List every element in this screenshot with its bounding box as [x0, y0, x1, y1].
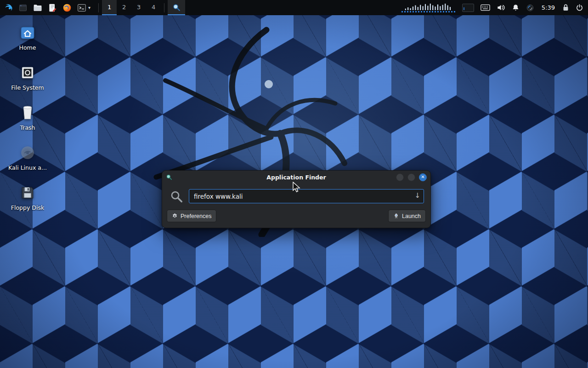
orb-icon	[526, 4, 534, 12]
screen-lock-button[interactable]	[559, 0, 572, 15]
launch-label: Launch	[402, 213, 421, 219]
titlebar[interactable]: Application Finder ✕	[162, 171, 430, 184]
power-icon	[576, 4, 583, 12]
desktop-icon-column: Home File System Trash Kali Linux a... F…	[6, 22, 50, 211]
window-icon	[18, 3, 28, 12]
panel-separator	[164, 3, 164, 12]
kali-logo-icon	[3, 3, 13, 13]
search-field-wrapper: ↓	[189, 189, 424, 203]
preferences-button[interactable]: Preferences	[167, 210, 216, 222]
applications-menu-button[interactable]	[0, 0, 16, 15]
window-title: Application Finder	[162, 174, 430, 181]
kali-disc-icon	[20, 142, 35, 161]
home-icon	[19, 22, 36, 40]
visualizer-dots	[401, 11, 456, 12]
workspace-button-4[interactable]: 4	[146, 0, 161, 15]
folder-icon	[33, 3, 42, 12]
volume-control[interactable]	[493, 0, 509, 15]
workspace-button-2[interactable]: 2	[117, 0, 131, 15]
launcher-window-manager[interactable]	[16, 0, 30, 15]
finder-action-row: Preferences Launch	[162, 206, 430, 228]
waveform-icon	[401, 3, 456, 10]
floppy-icon	[20, 182, 35, 201]
visualizer-bars	[401, 3, 456, 12]
sphere-highlight	[265, 80, 273, 88]
desktop-icon-trash[interactable]: Trash	[6, 102, 50, 131]
desktop-icon-label: Trash	[20, 124, 35, 131]
panel-tray-section: 5:39	[398, 0, 588, 15]
desktop-icon-kali-linux[interactable]: Kali Linux a...	[6, 142, 50, 171]
keyboard-icon	[481, 4, 490, 11]
launch-button[interactable]: Launch	[388, 210, 426, 222]
rocket-icon	[393, 213, 399, 219]
chevron-down-icon[interactable]: ▾	[86, 5, 92, 10]
preferences-label: Preferences	[181, 213, 211, 219]
clock[interactable]: 5:39	[537, 4, 559, 11]
audio-visualizer[interactable]	[398, 0, 459, 15]
panel-left-section: ▾ 1 2 3 4	[0, 0, 185, 15]
finder-search-row: ↓	[162, 184, 430, 206]
panel-separator	[98, 3, 99, 12]
update-indicator[interactable]	[523, 0, 537, 15]
graph-icon	[462, 4, 474, 12]
keyboard-layout-indicator[interactable]	[477, 0, 493, 15]
arrow-down-icon[interactable]: ↓	[414, 191, 420, 200]
drive-icon	[20, 62, 35, 80]
workspace-button-1[interactable]: 1	[102, 0, 117, 15]
desktop-icon-label: Floppy Disk	[11, 204, 44, 211]
document-edit-icon	[48, 3, 57, 12]
minimize-button[interactable]	[396, 173, 404, 181]
desktop-icon-file-system[interactable]: File System	[6, 62, 50, 91]
search-icon	[170, 190, 183, 203]
launcher-firefox[interactable]	[60, 0, 74, 15]
notifications[interactable]	[509, 0, 523, 15]
top-panel: ▾ 1 2 3 4	[0, 0, 588, 15]
window-controls: ✕	[396, 173, 427, 181]
application-finder-window: Application Finder ✕ ↓ Preferences Launc…	[162, 170, 431, 228]
bell-icon	[512, 4, 520, 12]
desktop-screen: ▾ 1 2 3 4	[0, 0, 588, 368]
monitor-graph[interactable]	[459, 0, 477, 15]
power-button[interactable]	[572, 0, 588, 15]
launcher-file-manager[interactable]	[30, 0, 45, 15]
gear-icon	[172, 213, 178, 219]
workspace-button-3[interactable]: 3	[131, 0, 146, 15]
magnifier-icon	[172, 3, 181, 12]
close-button[interactable]: ✕	[419, 173, 427, 181]
desktop-icon-label: File System	[11, 84, 44, 91]
launcher-terminal[interactable]: ▾	[74, 0, 95, 15]
desktop-icon-label: Home	[19, 44, 36, 51]
firefox-icon	[62, 3, 72, 12]
speaker-icon	[497, 3, 505, 12]
launcher-text-editor[interactable]	[45, 0, 60, 15]
desktop-icon-floppy-disk[interactable]: Floppy Disk	[6, 182, 50, 211]
desktop-icon-label: Kali Linux a...	[8, 164, 47, 171]
terminal-icon	[77, 3, 86, 12]
taskbar-item-application-finder[interactable]	[168, 0, 185, 15]
desktop-icon-home[interactable]: Home	[6, 22, 50, 51]
maximize-button[interactable]	[407, 173, 415, 181]
lock-icon	[562, 4, 569, 12]
search-input[interactable]	[189, 189, 424, 203]
trash-icon	[20, 102, 35, 121]
